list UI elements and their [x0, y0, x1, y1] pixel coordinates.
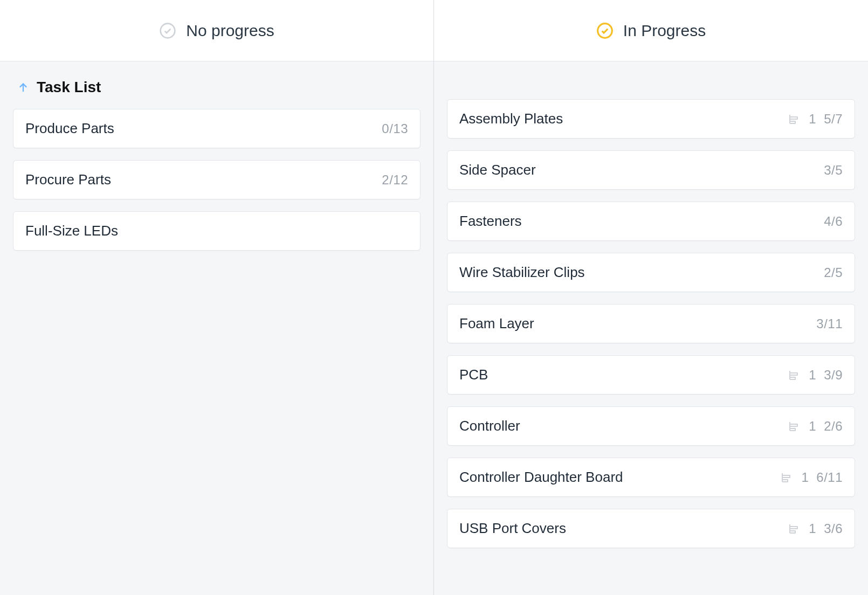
task-card[interactable]: Foam Layer 3/11: [447, 304, 855, 343]
task-progress: 2/12: [382, 172, 408, 188]
task-card[interactable]: USB Port Covers 1 3/6: [447, 509, 855, 548]
task-label: PCB: [459, 366, 488, 383]
subtask-icon: [788, 522, 801, 535]
group-header-task-list[interactable]: Task List: [13, 73, 421, 109]
subtask-icon: [781, 471, 794, 484]
task-meta: 1 3/9: [788, 368, 843, 383]
task-card[interactable]: Wire Stabilizer Clips 2/5: [447, 253, 855, 292]
column-body-in-progress: Assembly Plates 1 5/7 Side Spacer 3/5: [434, 61, 868, 572]
task-label: Procure Parts: [25, 171, 111, 188]
task-meta: 2/12: [382, 172, 408, 188]
task-label: Foam Layer: [459, 315, 534, 332]
task-progress: 3/6: [824, 521, 843, 536]
column-title: No progress: [186, 22, 274, 40]
task-meta: 3/5: [824, 163, 843, 178]
task-meta: 2/5: [824, 265, 843, 280]
task-progress: 2/5: [824, 265, 843, 280]
subtask-count: 1: [809, 112, 816, 127]
task-card[interactable]: Side Spacer 3/5: [447, 150, 855, 190]
kanban-board: No progress Task List Produce Parts 0/13…: [0, 0, 868, 595]
task-card[interactable]: Produce Parts 0/13: [13, 109, 421, 148]
subtask-icon: [788, 369, 801, 382]
svg-point-0: [161, 23, 175, 38]
task-progress: 4/6: [824, 214, 843, 229]
task-progress: 3/5: [824, 163, 843, 178]
column-title: In Progress: [623, 22, 706, 40]
subtask-count: 1: [809, 368, 816, 383]
task-card[interactable]: Controller 1 2/6: [447, 406, 855, 446]
task-progress: 3/9: [824, 368, 843, 383]
task-meta: 1 5/7: [788, 112, 843, 127]
task-label: Wire Stabilizer Clips: [459, 264, 585, 281]
task-card[interactable]: Fasteners 4/6: [447, 202, 855, 241]
column-header-in-progress[interactable]: In Progress: [434, 0, 868, 61]
task-label: Produce Parts: [25, 120, 114, 137]
subtask-count: 1: [801, 470, 809, 485]
task-label: Full-Size LEDs: [25, 223, 118, 239]
task-label: Controller Daughter Board: [459, 469, 623, 486]
task-meta: 4/6: [824, 214, 843, 229]
task-meta: 3/11: [816, 316, 843, 331]
task-label: Fasteners: [459, 213, 522, 230]
column-in-progress: In Progress Assembly Plates 1 5/7 Side S…: [434, 0, 868, 595]
task-label: USB Port Covers: [459, 520, 566, 537]
task-card[interactable]: Controller Daughter Board 1 6/11: [447, 458, 855, 497]
task-meta: 0/13: [382, 121, 408, 136]
task-card[interactable]: Procure Parts 2/12: [13, 160, 421, 199]
column-no-progress: No progress Task List Produce Parts 0/13…: [0, 0, 434, 595]
subtask-count: 1: [809, 521, 816, 536]
subtask-icon: [788, 113, 801, 126]
task-progress: 3/11: [816, 316, 843, 331]
task-progress: 5/7: [824, 112, 843, 127]
task-label: Controller: [459, 418, 520, 434]
check-circle-icon: [596, 22, 614, 39]
spacer: [447, 73, 855, 99]
task-card[interactable]: Assembly Plates 1 5/7: [447, 99, 855, 139]
subtask-icon: [788, 420, 801, 433]
task-card[interactable]: PCB 1 3/9: [447, 355, 855, 395]
task-meta: 1 3/6: [788, 521, 843, 536]
task-meta: 1 6/11: [781, 470, 843, 485]
column-header-no-progress[interactable]: No progress: [0, 0, 433, 61]
group-title: Task List: [37, 79, 101, 96]
subtask-count: 1: [809, 419, 816, 434]
task-meta: 1 2/6: [788, 419, 843, 434]
check-circle-icon: [159, 22, 176, 39]
task-progress: 2/6: [824, 419, 843, 434]
arrow-up-icon: [17, 81, 29, 93]
column-body-no-progress: Task List Produce Parts 0/13 Procure Par…: [0, 61, 433, 274]
task-label: Assembly Plates: [459, 110, 563, 127]
task-progress: 6/11: [816, 470, 843, 485]
task-label: Side Spacer: [459, 162, 536, 178]
task-progress: 0/13: [382, 121, 408, 136]
task-card[interactable]: Full-Size LEDs: [13, 211, 421, 251]
